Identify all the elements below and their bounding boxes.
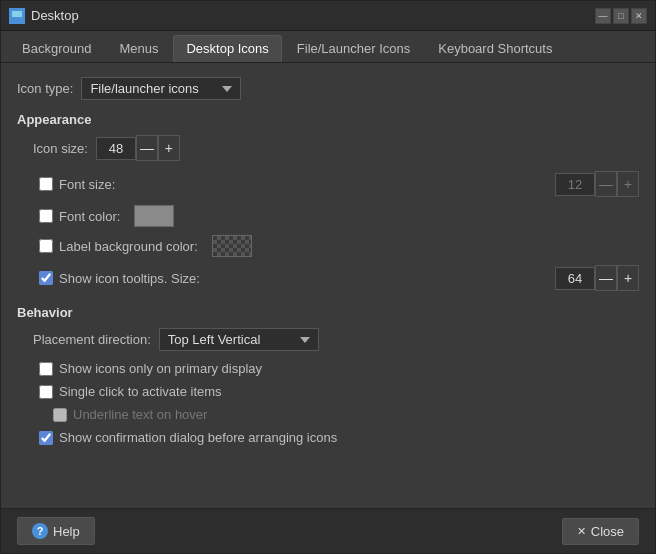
single-click-row: Single click to activate items [39, 384, 639, 399]
help-label: Help [53, 524, 80, 539]
icon-size-decrease[interactable]: — [136, 135, 158, 161]
single-click-label: Single click to activate items [59, 384, 222, 399]
primary-display-row: Show icons only on primary display [39, 361, 639, 376]
icon-size-row: Icon size: — + [33, 135, 639, 161]
confirmation-label: Show confirmation dialog before arrangin… [59, 430, 337, 445]
titlebar: Desktop — □ ✕ [1, 1, 655, 31]
font-size-checkbox[interactable] [39, 177, 53, 191]
tab-background[interactable]: Background [9, 35, 104, 62]
font-color-swatch[interactable] [134, 205, 174, 227]
icon-size-spinner: — + [96, 135, 180, 161]
svg-rect-3 [13, 21, 21, 22]
font-color-row: Font color: [39, 205, 639, 227]
footer: ? Help ✕ Close [1, 508, 655, 553]
font-size-increase[interactable]: + [617, 171, 639, 197]
icon-type-label: Icon type: [17, 81, 73, 96]
close-label: Close [591, 524, 624, 539]
font-size-label: Font size: [59, 177, 115, 192]
placement-row: Placement direction: Top Left Vertical [33, 328, 639, 351]
svg-rect-2 [15, 19, 19, 21]
titlebar-left: Desktop [9, 8, 79, 24]
icon-size-increase[interactable]: + [158, 135, 180, 161]
tab-keyboard-shortcuts[interactable]: Keyboard Shortcuts [425, 35, 565, 62]
label-bg-row: Label background color: [39, 235, 639, 257]
desktop-window: Desktop — □ ✕ Background Menus Desktop I… [0, 0, 656, 554]
primary-display-label: Show icons only on primary display [59, 361, 262, 376]
confirmation-row: Show confirmation dialog before arrangin… [39, 430, 639, 445]
icon-size-input[interactable] [96, 137, 136, 160]
label-bg-label: Label background color: [59, 239, 198, 254]
placement-dropdown[interactable]: Top Left Vertical [159, 328, 319, 351]
close-icon: ✕ [577, 525, 586, 538]
main-content: Icon type: File/launcher icons Appearanc… [1, 63, 655, 508]
tooltips-size-input[interactable] [555, 267, 595, 290]
label-bg-checkbox[interactable] [39, 239, 53, 253]
tooltips-row: Show icon tooltips. Size: — + [39, 265, 639, 291]
svg-rect-1 [12, 11, 22, 17]
appearance-title: Appearance [17, 112, 639, 127]
titlebar-close-button[interactable]: ✕ [631, 8, 647, 24]
tooltips-label: Show icon tooltips. Size: [59, 271, 200, 286]
tooltips-size-decrease[interactable]: — [595, 265, 617, 291]
underline-label: Underline text on hover [73, 407, 207, 422]
single-click-checkbox[interactable] [39, 385, 53, 399]
icon-type-dropdown[interactable]: File/launcher icons [81, 77, 241, 100]
tooltips-size-increase[interactable]: + [617, 265, 639, 291]
font-color-label: Font color: [59, 209, 120, 224]
confirmation-checkbox[interactable] [39, 431, 53, 445]
desktop-icon [9, 8, 25, 24]
tab-bar: Background Menus Desktop Icons File/Laun… [1, 31, 655, 63]
titlebar-controls: — □ ✕ [595, 8, 647, 24]
question-icon: ? [32, 523, 48, 539]
tab-menus[interactable]: Menus [106, 35, 171, 62]
help-button[interactable]: ? Help [17, 517, 95, 545]
label-bg-swatch[interactable] [212, 235, 252, 257]
font-size-decrease[interactable]: — [595, 171, 617, 197]
underline-row: Underline text on hover [53, 407, 639, 422]
behavior-title: Behavior [17, 305, 639, 320]
font-size-input[interactable] [555, 173, 595, 196]
window-title: Desktop [31, 8, 79, 23]
tooltips-size-spinner: — + [555, 265, 639, 291]
font-color-checkbox[interactable] [39, 209, 53, 223]
primary-display-checkbox[interactable] [39, 362, 53, 376]
placement-label: Placement direction: [33, 332, 151, 347]
icon-size-label: Icon size: [33, 141, 88, 156]
minimize-button[interactable]: — [595, 8, 611, 24]
tab-desktop-icons[interactable]: Desktop Icons [173, 35, 281, 62]
font-size-row: Font size: — + [39, 171, 639, 197]
close-button[interactable]: ✕ Close [562, 518, 639, 545]
tab-file-launcher[interactable]: File/Launcher Icons [284, 35, 423, 62]
maximize-button[interactable]: □ [613, 8, 629, 24]
underline-checkbox[interactable] [53, 408, 67, 422]
tooltips-checkbox[interactable] [39, 271, 53, 285]
font-size-spinner: — + [555, 171, 639, 197]
icon-type-row: Icon type: File/launcher icons [17, 77, 639, 100]
